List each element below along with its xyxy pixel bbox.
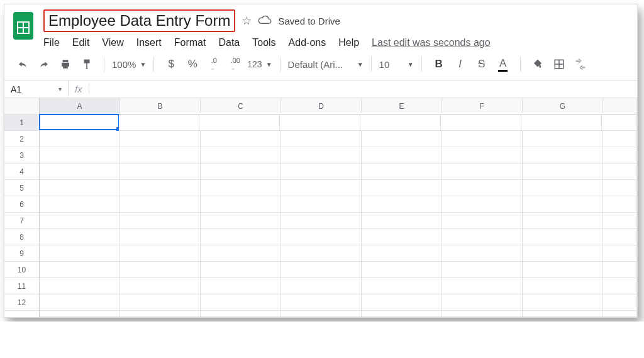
cell[interactable]	[119, 115, 199, 131]
cell[interactable]	[201, 131, 281, 147]
name-box[interactable]: A1 ▾	[4, 81, 69, 98]
cell[interactable]	[280, 115, 360, 131]
cell[interactable]	[281, 245, 362, 262]
row-header[interactable]: 1	[4, 115, 40, 131]
strikethrough-button[interactable]: S	[472, 55, 491, 74]
column-header[interactable]: B	[120, 98, 201, 115]
menu-edit[interactable]: Edit	[72, 37, 90, 48]
sheets-logo-icon[interactable]	[11, 9, 36, 42]
cell[interactable]	[603, 213, 637, 229]
cell[interactable]	[281, 147, 362, 164]
cell[interactable]	[603, 294, 637, 311]
cell[interactable]	[40, 196, 120, 213]
cell[interactable]	[362, 245, 442, 262]
cell[interactable]	[362, 294, 442, 311]
cell[interactable]	[603, 245, 637, 262]
column-header[interactable]: E	[362, 98, 442, 115]
cell[interactable]	[362, 311, 442, 317]
cell[interactable]	[523, 164, 603, 180]
menu-insert[interactable]: Insert	[136, 37, 162, 48]
cell[interactable]	[362, 278, 442, 294]
format-currency-button[interactable]: $	[162, 55, 180, 74]
cell[interactable]	[120, 147, 201, 164]
cell[interactable]	[201, 311, 281, 317]
more-formats-dropdown[interactable]: 123 ▼	[247, 59, 272, 69]
column-header-partial[interactable]	[603, 98, 637, 115]
cell[interactable]	[523, 180, 603, 196]
cell[interactable]	[362, 180, 442, 196]
cell[interactable]	[281, 196, 362, 213]
cell[interactable]	[442, 311, 523, 317]
column-header[interactable]: C	[201, 98, 281, 115]
cell[interactable]	[281, 294, 362, 311]
cell[interactable]	[442, 164, 523, 180]
row-header[interactable]: 8	[4, 229, 40, 245]
star-icon[interactable]: ☆	[242, 14, 252, 28]
cell[interactable]	[201, 213, 281, 229]
cell[interactable]	[201, 229, 281, 245]
paint-format-icon[interactable]	[77, 55, 96, 74]
row-header[interactable]: 10	[4, 262, 40, 278]
cell[interactable]	[523, 196, 603, 213]
cell[interactable]	[120, 311, 201, 317]
cell[interactable]	[602, 115, 637, 131]
merge-cells-icon[interactable]	[571, 55, 590, 74]
column-header[interactable]: A	[40, 98, 120, 115]
cell[interactable]	[40, 131, 120, 147]
cell[interactable]	[523, 245, 603, 262]
borders-icon[interactable]	[550, 55, 569, 74]
cell[interactable]	[281, 278, 362, 294]
cell[interactable]	[201, 164, 281, 180]
cell[interactable]	[281, 229, 362, 245]
menu-help[interactable]: Help	[338, 37, 359, 48]
row-header[interactable]: 4	[4, 164, 40, 180]
cell[interactable]	[120, 262, 201, 278]
document-title-input[interactable]: Employee Data Entry Form	[43, 9, 235, 32]
decrease-decimal-button[interactable]: .0←	[204, 55, 223, 74]
row-header[interactable]: 6	[4, 196, 40, 213]
cell[interactable]	[201, 245, 281, 262]
undo-icon[interactable]	[13, 55, 32, 74]
cell[interactable]	[120, 213, 201, 229]
cell-a1[interactable]	[39, 114, 119, 130]
cell[interactable]	[362, 164, 442, 180]
cell[interactable]	[40, 213, 120, 229]
row-header[interactable]: 7	[4, 213, 40, 229]
cell[interactable]	[523, 294, 603, 311]
column-header[interactable]: D	[281, 98, 362, 115]
row-header[interactable]: 11	[4, 278, 40, 294]
cell[interactable]	[603, 131, 637, 147]
cell[interactable]	[40, 311, 120, 317]
cell[interactable]	[362, 147, 442, 164]
cell[interactable]	[201, 196, 281, 213]
format-percent-button[interactable]: %	[183, 55, 202, 74]
cell[interactable]	[120, 245, 201, 262]
cell[interactable]	[362, 262, 442, 278]
menu-view[interactable]: View	[102, 37, 123, 48]
cell[interactable]	[523, 229, 603, 245]
cell[interactable]	[442, 294, 523, 311]
cell[interactable]	[40, 278, 120, 294]
cell[interactable]	[442, 213, 523, 229]
cells-area[interactable]	[40, 115, 637, 317]
cell[interactable]	[40, 294, 120, 311]
bold-button[interactable]: B	[430, 55, 448, 74]
row-header[interactable]: 5	[4, 180, 40, 196]
cell[interactable]	[201, 147, 281, 164]
menu-file[interactable]: File	[43, 37, 60, 48]
cell[interactable]	[441, 115, 521, 131]
cell[interactable]	[120, 131, 201, 147]
cell[interactable]	[120, 229, 201, 245]
cell[interactable]	[362, 131, 442, 147]
column-header[interactable]: F	[442, 98, 523, 115]
cell[interactable]	[199, 115, 280, 131]
cell[interactable]	[442, 147, 523, 164]
menu-tools[interactable]: Tools	[252, 37, 275, 48]
cell[interactable]	[362, 229, 442, 245]
cell[interactable]	[201, 262, 281, 278]
cell[interactable]	[281, 164, 362, 180]
cell[interactable]	[603, 180, 637, 196]
cell[interactable]	[603, 311, 637, 317]
cell[interactable]	[362, 196, 442, 213]
cell[interactable]	[442, 196, 523, 213]
